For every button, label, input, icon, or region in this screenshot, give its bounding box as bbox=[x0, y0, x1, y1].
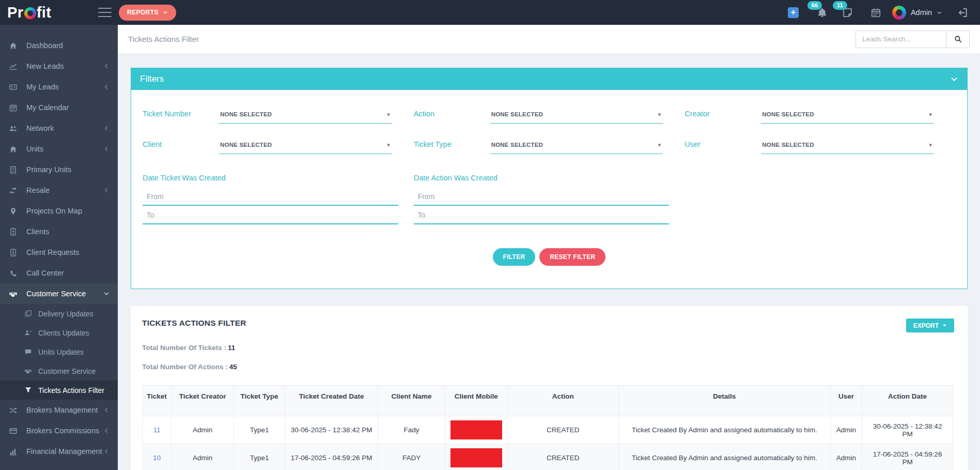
ticket-number-select[interactable]: NONE SELECTED▾ bbox=[219, 109, 392, 124]
reset-filter-button[interactable]: RESET FILTER bbox=[539, 248, 605, 266]
logo-donut-icon bbox=[24, 7, 36, 19]
handshake-icon bbox=[9, 290, 20, 298]
filter-icon bbox=[25, 387, 34, 393]
sidebar-item-units-updates[interactable]: Units Updates bbox=[0, 342, 118, 361]
date-section-date-ticket-was-created: Date Ticket Was Created bbox=[143, 174, 398, 226]
cell-details: Ticket Created By Admin and assigned aut… bbox=[618, 444, 830, 470]
ticket-type-select[interactable]: NONE SELECTED▾ bbox=[490, 139, 663, 154]
id-badge-icon bbox=[9, 228, 20, 236]
filters-panel-header[interactable]: Filters bbox=[131, 68, 967, 90]
report-card: TICKETS ACTIONS FILTER EXPORT Total Numb… bbox=[131, 306, 968, 470]
exchange-icon bbox=[9, 187, 20, 194]
notifications-button[interactable]: 66 bbox=[817, 8, 827, 18]
reports-button[interactable]: REPORTS bbox=[119, 5, 176, 21]
content: Filters Ticket NumberNONE SELECTED▾Actio… bbox=[118, 53, 980, 470]
sidebar-nav: DashboardNew LeadsMy LeadsMy CalendarNet… bbox=[0, 25, 118, 462]
cell-action-date: 17-06-2025 - 04:59:26 PM bbox=[862, 444, 953, 470]
sidebar-item-dashboard[interactable]: Dashboard bbox=[0, 35, 118, 56]
topbar-actions: + 66 11 Admin bbox=[788, 6, 980, 20]
cell-action-date: 30-06-2025 - 12:38:42 PM bbox=[862, 416, 953, 444]
sidebar-item-tickets-actions-filter[interactable]: Tickets Actions Filter bbox=[0, 381, 118, 400]
sidebar-item-network[interactable]: Network bbox=[0, 118, 118, 139]
filters-body: Ticket NumberNONE SELECTED▾ActionNONE SE… bbox=[131, 90, 967, 289]
total-tickets-value: 11 bbox=[228, 344, 235, 352]
filter-field-ticket-number: Ticket NumberNONE SELECTED▾ bbox=[143, 109, 414, 124]
sidebar-item-clients[interactable]: Clients bbox=[0, 221, 118, 242]
sidebar-item-financial-management[interactable]: Financial Management bbox=[0, 441, 118, 462]
sidebar-item-customer-service[interactable]: Customer Service bbox=[0, 283, 118, 304]
chevron-left-icon bbox=[104, 126, 109, 131]
sidebar-item-my-calendar[interactable]: My Calendar bbox=[0, 97, 118, 118]
sidebar-item-brokers-commissions[interactable]: Brokers Commissions bbox=[0, 420, 118, 441]
chevron-down-icon bbox=[163, 10, 168, 15]
users-icon bbox=[9, 125, 20, 132]
sidebar-item-customer-service[interactable]: Customer Service bbox=[0, 361, 118, 381]
sidebar-item-resale[interactable]: Resale bbox=[0, 180, 118, 201]
cell-ticket: 10 bbox=[143, 444, 172, 470]
col-header-ticket-created-date: Ticket Created Date bbox=[285, 386, 378, 416]
filter-field-action: ActionNONE SELECTED▾ bbox=[414, 109, 685, 124]
chevron-left-icon bbox=[104, 428, 109, 433]
date-action-was-created-to-input[interactable] bbox=[414, 208, 670, 224]
main-area: Tickets Actions Filter Filters Ticket Nu… bbox=[118, 25, 980, 470]
logout-button[interactable] bbox=[957, 7, 968, 18]
leads-search-button[interactable] bbox=[946, 31, 970, 48]
leads-search-input[interactable] bbox=[855, 31, 946, 48]
sidebar-item-call-center[interactable]: Call Center bbox=[0, 263, 118, 283]
chart-line-icon bbox=[9, 63, 20, 70]
calendar-button[interactable] bbox=[871, 8, 881, 18]
col-header-client-mobile: Client Mobile bbox=[445, 386, 507, 416]
sidebar-item-my-leads[interactable]: My Leads bbox=[0, 77, 118, 97]
filter-field-user: UserNONE SELECTED▾ bbox=[685, 139, 956, 154]
sidebar-item-clients-updates[interactable]: Clients Updates bbox=[0, 323, 118, 342]
cell-ticket-type: Type1 bbox=[234, 416, 285, 444]
phone-icon bbox=[9, 269, 20, 277]
chevron-left-icon bbox=[104, 188, 109, 193]
client-select[interactable]: NONE SELECTED▾ bbox=[219, 139, 392, 154]
creator-select[interactable]: NONE SELECTED▾ bbox=[761, 109, 934, 124]
ticket-link[interactable]: 10 bbox=[153, 454, 161, 462]
date-ticket-was-created-from-input[interactable] bbox=[143, 189, 398, 206]
report-title: TICKETS ACTIONS FILTER bbox=[142, 319, 246, 328]
ticket-link[interactable]: 11 bbox=[153, 426, 160, 434]
redacted-mobile bbox=[450, 420, 502, 439]
col-header-action: Action bbox=[507, 386, 618, 416]
sidebar-item-units[interactable]: Units bbox=[0, 139, 118, 159]
credit-card-icon bbox=[9, 427, 20, 435]
date-action-was-created-from-input[interactable] bbox=[414, 189, 670, 206]
quick-add-button[interactable]: + bbox=[788, 7, 799, 18]
cell-client-name: FADY bbox=[378, 444, 445, 470]
sidebar-item-brokers-management[interactable]: Brokers Management bbox=[0, 400, 118, 420]
home-icon bbox=[9, 145, 20, 153]
sidebar-item-new-leads[interactable]: New Leads bbox=[0, 56, 118, 77]
user-menu[interactable]: Admin bbox=[892, 6, 942, 20]
filters-panel: Filters Ticket NumberNONE SELECTED▾Actio… bbox=[131, 68, 968, 289]
avatar bbox=[892, 6, 906, 20]
sidebar-item-primary-units[interactable]: Primary Units bbox=[0, 159, 118, 180]
building-icon bbox=[9, 166, 20, 174]
user-select[interactable]: NONE SELECTED▾ bbox=[761, 139, 934, 154]
cell-ticket-created-date: 30-06-2025 - 12:38:42 PM bbox=[285, 416, 378, 444]
user-name: Admin bbox=[911, 8, 932, 17]
sidebar-item-client-requests[interactable]: Client Requests bbox=[0, 242, 118, 263]
cell-client-mobile bbox=[445, 416, 507, 444]
logo-text-post: fit bbox=[37, 4, 52, 21]
filter-actions: FILTER RESET FILTER bbox=[143, 248, 956, 266]
filter-button[interactable]: FILTER bbox=[493, 248, 536, 266]
id-badge-icon bbox=[9, 249, 20, 256]
menu-toggle-icon[interactable] bbox=[98, 8, 112, 17]
chevron-down-icon bbox=[937, 10, 942, 16]
caret-down-icon: ▾ bbox=[387, 112, 390, 117]
date-ticket-was-created-to-input[interactable] bbox=[143, 208, 398, 224]
cell-details: Ticket Created By Admin and assigned aut… bbox=[618, 416, 830, 444]
logo-text-pre: Pr bbox=[7, 4, 24, 21]
cell-user: Admin bbox=[830, 444, 862, 470]
export-button[interactable]: EXPORT bbox=[906, 319, 954, 332]
chevron-left-icon bbox=[104, 146, 109, 151]
action-select[interactable]: NONE SELECTED▾ bbox=[490, 109, 663, 124]
map-pin-icon bbox=[9, 207, 20, 215]
notes-button[interactable]: 11 bbox=[843, 8, 852, 18]
chevron-left-icon bbox=[104, 407, 109, 413]
sidebar-item-delivery-updates[interactable]: Delivery Updates bbox=[0, 304, 118, 323]
sidebar-item-projects-on-map[interactable]: Projects On Map bbox=[0, 201, 118, 221]
